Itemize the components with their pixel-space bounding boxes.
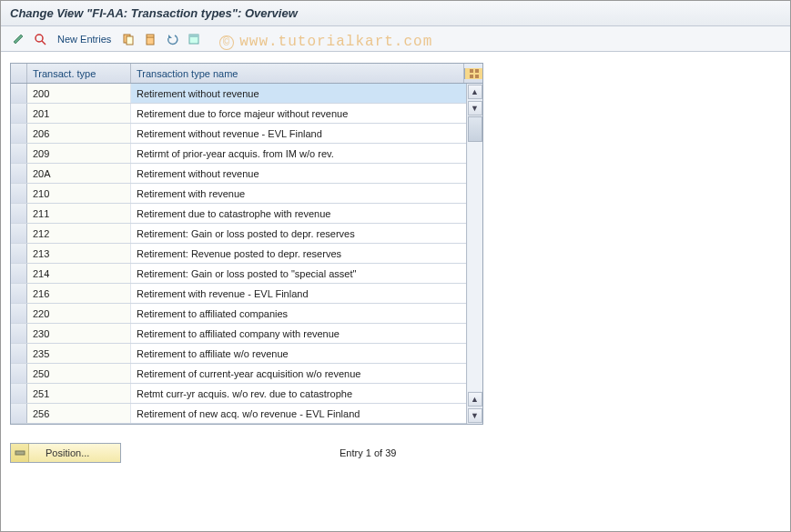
new-entries-button[interactable]: New Entries: [57, 34, 111, 45]
row-selector[interactable]: [11, 284, 27, 303]
undo-icon[interactable]: [164, 31, 180, 47]
cell-name[interactable]: Retirement to affiliate w/o revenue: [131, 344, 482, 363]
cell-type[interactable]: 213: [27, 244, 131, 263]
row-selector[interactable]: [11, 224, 27, 243]
cell-type[interactable]: 235: [27, 344, 131, 363]
cell-name[interactable]: Retmt curr-yr acquis. w/o rev. due to ca…: [131, 384, 482, 403]
cell-type[interactable]: 230: [27, 324, 131, 343]
cell-name[interactable]: Retirement: Gain or loss posted to depr.…: [131, 224, 482, 243]
cell-type[interactable]: 200: [27, 84, 131, 103]
scroll-thumb[interactable]: [468, 116, 482, 142]
cell-type[interactable]: 214: [27, 264, 131, 283]
svg-rect-11: [475, 75, 479, 78]
cell-type[interactable]: 250: [27, 364, 131, 383]
row-selector[interactable]: [11, 364, 27, 383]
table-row[interactable]: 206Retirement without revenue - EVL Finl…: [11, 124, 482, 144]
svg-rect-8: [470, 69, 473, 73]
row-selector[interactable]: [11, 324, 27, 343]
row-selector[interactable]: [11, 204, 27, 223]
cell-type[interactable]: 201: [27, 104, 131, 123]
row-selector[interactable]: [11, 184, 27, 203]
table-row[interactable]: 250Retirement of current-year acquisitio…: [11, 364, 482, 384]
cell-name[interactable]: Retirement of new acq. w/o revenue - EVL…: [131, 404, 482, 423]
table-row[interactable]: 211Retirement due to catastrophe with re…: [11, 204, 482, 224]
row-selector[interactable]: [11, 104, 27, 123]
svg-rect-9: [475, 69, 479, 73]
row-selector[interactable]: [11, 164, 27, 183]
cell-type[interactable]: 220: [27, 304, 131, 323]
cell-type[interactable]: 209: [27, 144, 131, 163]
row-selector[interactable]: [11, 124, 27, 143]
toolbar: New Entries: [1, 26, 790, 52]
position-label: Position...: [29, 447, 120, 458]
row-selector[interactable]: [11, 244, 27, 263]
scroll-down-step-icon[interactable]: ▼: [468, 101, 482, 115]
cell-name[interactable]: Retirement with revenue - EVL Finland: [131, 284, 482, 303]
page-title: Change View "FI-AA: Transaction types": …: [10, 6, 298, 20]
svg-rect-10: [470, 75, 473, 78]
scroll-up-step-icon[interactable]: ▲: [468, 392, 482, 407]
table-row[interactable]: 230Retirement to affiliated company with…: [11, 324, 482, 344]
table-row[interactable]: 200Retirement without revenue: [11, 84, 482, 104]
cell-name[interactable]: Retirement due to catastrophe with reven…: [131, 204, 482, 223]
cell-name[interactable]: Retirement with revenue: [131, 184, 482, 203]
cell-type[interactable]: 251: [27, 384, 131, 403]
scroll-down-icon[interactable]: ▼: [468, 408, 482, 423]
table-row[interactable]: 251Retmt curr-yr acquis. w/o rev. due to…: [11, 384, 482, 404]
table-row[interactable]: 209Retirmt of prior-year acquis. from IM…: [11, 144, 482, 164]
table-row[interactable]: 256Retirement of new acq. w/o revenue - …: [11, 404, 482, 424]
col-header-type[interactable]: Transact. type: [27, 64, 131, 83]
row-selector[interactable]: [11, 384, 27, 403]
cell-type[interactable]: 20A: [27, 164, 131, 183]
cell-type[interactable]: 206: [27, 124, 131, 143]
cell-name[interactable]: Retirement of current-year acquisition w…: [131, 364, 482, 383]
cell-type[interactable]: 211: [27, 204, 131, 223]
position-icon: [11, 444, 29, 462]
cell-type[interactable]: 256: [27, 404, 131, 423]
cell-type[interactable]: 212: [27, 224, 131, 243]
cell-type[interactable]: 210: [27, 184, 131, 203]
table-header: Transact. type Transaction type name: [11, 64, 482, 84]
table-row[interactable]: 201Retirement due to force majeur withou…: [11, 104, 482, 124]
delete-icon[interactable]: [142, 31, 158, 47]
scroll-up-icon[interactable]: ▲: [468, 85, 482, 99]
table-body: 200Retirement without revenue201Retireme…: [11, 84, 482, 424]
table-row[interactable]: 212Retirement: Gain or loss posted to de…: [11, 224, 482, 244]
cell-name[interactable]: Retirement without revenue: [131, 164, 482, 183]
cell-name[interactable]: Retirement: Revenue posted to depr. rese…: [131, 244, 482, 263]
select-all-icon[interactable]: [186, 31, 202, 47]
table-row[interactable]: 220Retirement to affiliated companies: [11, 304, 482, 324]
row-selector[interactable]: [11, 344, 27, 363]
vertical-scrollbar[interactable]: ▲ ▼ ▲ ▼: [466, 84, 482, 424]
copy-icon[interactable]: [120, 31, 137, 47]
details-icon[interactable]: [32, 31, 48, 47]
table-row[interactable]: 213Retirement: Revenue posted to depr. r…: [11, 244, 482, 264]
row-selector[interactable]: [11, 84, 27, 103]
table-row[interactable]: 20ARetirement without revenue: [11, 164, 482, 184]
cell-type[interactable]: 216: [27, 284, 131, 303]
cell-name[interactable]: Retirement without revenue - EVL Finland: [131, 124, 482, 143]
row-selector[interactable]: [11, 404, 27, 423]
table-config-icon[interactable]: [464, 68, 482, 79]
col-header-name[interactable]: Transaction type name: [131, 64, 464, 83]
table-row[interactable]: 210Retirement with revenue: [11, 184, 482, 204]
table-row[interactable]: 216Retirement with revenue - EVL Finland: [11, 284, 482, 304]
svg-point-0: [35, 35, 43, 42]
scroll-track[interactable]: [468, 116, 482, 391]
row-selector-header[interactable]: [11, 64, 27, 83]
entry-status: Entry 1 of 39: [340, 447, 396, 458]
svg-rect-7: [189, 35, 198, 37]
position-button[interactable]: Position...: [10, 443, 121, 463]
row-selector[interactable]: [11, 304, 27, 323]
cell-name[interactable]: Retirement: Gain or loss posted to "spec…: [131, 264, 482, 283]
table-row[interactable]: 214Retirement: Gain or loss posted to "s…: [11, 264, 482, 284]
cell-name[interactable]: Retirement to affiliated companies: [131, 304, 482, 323]
cell-name[interactable]: Retirmt of prior-year acquis. from IM w/…: [131, 144, 482, 163]
row-selector[interactable]: [11, 264, 27, 283]
cell-name[interactable]: Retirement to affiliated company with re…: [131, 324, 482, 343]
row-selector[interactable]: [11, 144, 27, 163]
table-row[interactable]: 235Retirement to affiliate w/o revenue: [11, 344, 482, 364]
cell-name[interactable]: Retirement due to force majeur without r…: [131, 104, 482, 123]
cell-name[interactable]: Retirement without revenue: [131, 84, 482, 103]
toggle-icon[interactable]: [10, 31, 26, 47]
